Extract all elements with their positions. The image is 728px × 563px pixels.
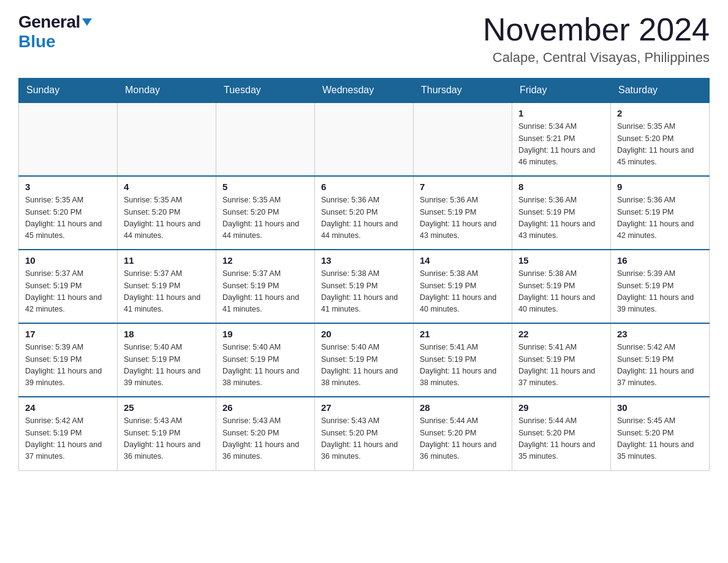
day-info: Sunrise: 5:36 AM Sunset: 5:19 PM Dayligh…: [617, 194, 703, 242]
day-info: Sunrise: 5:43 AM Sunset: 5:20 PM Dayligh…: [222, 415, 308, 463]
calendar-cell: 30Sunrise: 5:45 AM Sunset: 5:20 PM Dayli…: [611, 397, 710, 470]
day-number: 14: [420, 255, 506, 266]
calendar-cell: 1Sunrise: 5:34 AM Sunset: 5:21 PM Daylig…: [512, 102, 611, 176]
calendar-cell: [315, 102, 414, 176]
logo-triangle-icon: [82, 18, 92, 26]
day-number: 1: [518, 108, 604, 118]
day-info: Sunrise: 5:40 AM Sunset: 5:19 PM Dayligh…: [321, 342, 407, 389]
day-info: Sunrise: 5:40 AM Sunset: 5:19 PM Dayligh…: [124, 342, 210, 389]
calendar-cell: 6Sunrise: 5:36 AM Sunset: 5:20 PM Daylig…: [315, 176, 414, 250]
day-info: Sunrise: 5:36 AM Sunset: 5:19 PM Dayligh…: [420, 194, 506, 242]
day-info: Sunrise: 5:42 AM Sunset: 5:19 PM Dayligh…: [617, 342, 703, 389]
day-number: 5: [222, 182, 308, 192]
day-number: 17: [25, 329, 111, 339]
day-info: Sunrise: 5:43 AM Sunset: 5:20 PM Dayligh…: [321, 415, 407, 463]
day-number: 30: [617, 402, 703, 413]
day-info: Sunrise: 5:36 AM Sunset: 5:19 PM Dayligh…: [518, 194, 604, 242]
calendar-cell: 7Sunrise: 5:36 AM Sunset: 5:19 PM Daylig…: [414, 176, 512, 250]
day-info: Sunrise: 5:35 AM Sunset: 5:20 PM Dayligh…: [25, 194, 111, 242]
day-number: 26: [222, 402, 308, 413]
calendar-cell: 13Sunrise: 5:38 AM Sunset: 5:19 PM Dayli…: [315, 250, 414, 323]
calendar-cell: 20Sunrise: 5:40 AM Sunset: 5:19 PM Dayli…: [315, 323, 414, 397]
calendar-cell: 12Sunrise: 5:37 AM Sunset: 5:19 PM Dayli…: [216, 250, 315, 323]
calendar-week-row: 10Sunrise: 5:37 AM Sunset: 5:19 PM Dayli…: [19, 250, 710, 323]
day-number: 28: [420, 402, 506, 413]
day-number: 27: [321, 402, 407, 413]
day-info: Sunrise: 5:36 AM Sunset: 5:20 PM Dayligh…: [321, 194, 407, 242]
day-info: Sunrise: 5:41 AM Sunset: 5:19 PM Dayligh…: [420, 342, 506, 389]
calendar-cell: 17Sunrise: 5:39 AM Sunset: 5:19 PM Dayli…: [19, 323, 118, 397]
day-info: Sunrise: 5:38 AM Sunset: 5:19 PM Dayligh…: [420, 268, 506, 316]
calendar-day-header-tuesday: Tuesday: [216, 79, 315, 103]
calendar-cell: [216, 102, 315, 176]
calendar-cell: [118, 102, 216, 176]
calendar-week-row: 24Sunrise: 5:42 AM Sunset: 5:19 PM Dayli…: [19, 397, 710, 470]
calendar-week-row: 17Sunrise: 5:39 AM Sunset: 5:19 PM Dayli…: [19, 323, 710, 397]
calendar-cell: [19, 102, 118, 176]
day-info: Sunrise: 5:39 AM Sunset: 5:19 PM Dayligh…: [25, 342, 111, 389]
location: Calape, Central Visayas, Philippines: [483, 50, 710, 66]
calendar-cell: 18Sunrise: 5:40 AM Sunset: 5:19 PM Dayli…: [118, 323, 216, 397]
calendar-cell: [414, 102, 512, 176]
title-block: November 2024 Calape, Central Visayas, P…: [483, 12, 710, 66]
day-number: 25: [124, 402, 210, 413]
day-number: 13: [321, 255, 407, 266]
day-number: 24: [25, 402, 111, 413]
day-number: 19: [222, 329, 308, 339]
calendar-cell: 25Sunrise: 5:43 AM Sunset: 5:19 PM Dayli…: [118, 397, 216, 470]
day-info: Sunrise: 5:38 AM Sunset: 5:19 PM Dayligh…: [321, 268, 407, 316]
calendar-cell: 28Sunrise: 5:44 AM Sunset: 5:20 PM Dayli…: [414, 397, 512, 470]
calendar-cell: 10Sunrise: 5:37 AM Sunset: 5:19 PM Dayli…: [19, 250, 118, 323]
calendar-cell: 2Sunrise: 5:35 AM Sunset: 5:20 PM Daylig…: [611, 102, 710, 176]
day-info: Sunrise: 5:44 AM Sunset: 5:20 PM Dayligh…: [420, 415, 506, 463]
day-number: 2: [617, 108, 703, 118]
day-info: Sunrise: 5:43 AM Sunset: 5:19 PM Dayligh…: [124, 415, 210, 463]
day-info: Sunrise: 5:39 AM Sunset: 5:19 PM Dayligh…: [617, 268, 703, 316]
day-number: 10: [25, 255, 111, 266]
calendar-day-header-wednesday: Wednesday: [315, 79, 414, 103]
calendar-cell: 26Sunrise: 5:43 AM Sunset: 5:20 PM Dayli…: [216, 397, 315, 470]
day-info: Sunrise: 5:37 AM Sunset: 5:19 PM Dayligh…: [222, 268, 308, 316]
day-number: 22: [518, 329, 604, 339]
day-info: Sunrise: 5:37 AM Sunset: 5:19 PM Dayligh…: [124, 268, 210, 316]
calendar-table: SundayMondayTuesdayWednesdayThursdayFrid…: [18, 78, 710, 471]
day-number: 6: [321, 182, 407, 192]
day-number: 7: [420, 182, 506, 192]
month-title: November 2024: [483, 12, 710, 47]
calendar-cell: 3Sunrise: 5:35 AM Sunset: 5:20 PM Daylig…: [19, 176, 118, 250]
day-info: Sunrise: 5:37 AM Sunset: 5:19 PM Dayligh…: [25, 268, 111, 316]
day-number: 16: [617, 255, 703, 266]
day-number: 23: [617, 329, 703, 339]
day-info: Sunrise: 5:35 AM Sunset: 5:20 PM Dayligh…: [617, 121, 703, 169]
day-number: 18: [124, 329, 210, 339]
day-info: Sunrise: 5:35 AM Sunset: 5:20 PM Dayligh…: [124, 194, 210, 242]
day-number: 9: [617, 182, 703, 192]
calendar-day-header-thursday: Thursday: [414, 79, 512, 103]
day-number: 11: [124, 255, 210, 266]
logo-blue-text: Blue: [18, 32, 56, 52]
calendar-cell: 27Sunrise: 5:43 AM Sunset: 5:20 PM Dayli…: [315, 397, 414, 470]
calendar-cell: 14Sunrise: 5:38 AM Sunset: 5:19 PM Dayli…: [414, 250, 512, 323]
calendar-day-header-friday: Friday: [512, 79, 611, 103]
calendar-cell: 9Sunrise: 5:36 AM Sunset: 5:19 PM Daylig…: [611, 176, 710, 250]
day-number: 12: [222, 255, 308, 266]
day-number: 3: [25, 182, 111, 192]
calendar-cell: 24Sunrise: 5:42 AM Sunset: 5:19 PM Dayli…: [19, 397, 118, 470]
logo-general-text: General: [18, 12, 80, 32]
calendar-week-row: 3Sunrise: 5:35 AM Sunset: 5:20 PM Daylig…: [19, 176, 710, 250]
calendar-cell: 8Sunrise: 5:36 AM Sunset: 5:19 PM Daylig…: [512, 176, 611, 250]
calendar-cell: 29Sunrise: 5:44 AM Sunset: 5:20 PM Dayli…: [512, 397, 611, 470]
day-info: Sunrise: 5:35 AM Sunset: 5:20 PM Dayligh…: [222, 194, 308, 242]
calendar-cell: 19Sunrise: 5:40 AM Sunset: 5:19 PM Dayli…: [216, 323, 315, 397]
calendar-day-header-saturday: Saturday: [611, 79, 710, 103]
calendar-day-header-monday: Monday: [118, 79, 216, 103]
day-info: Sunrise: 5:44 AM Sunset: 5:20 PM Dayligh…: [518, 415, 604, 463]
day-number: 29: [518, 402, 604, 413]
day-info: Sunrise: 5:40 AM Sunset: 5:19 PM Dayligh…: [222, 342, 308, 389]
day-number: 15: [518, 255, 604, 266]
calendar-cell: 15Sunrise: 5:38 AM Sunset: 5:19 PM Dayli…: [512, 250, 611, 323]
day-info: Sunrise: 5:38 AM Sunset: 5:19 PM Dayligh…: [518, 268, 604, 316]
calendar-cell: 21Sunrise: 5:41 AM Sunset: 5:19 PM Dayli…: [414, 323, 512, 397]
calendar-cell: 5Sunrise: 5:35 AM Sunset: 5:20 PM Daylig…: [216, 176, 315, 250]
day-info: Sunrise: 5:41 AM Sunset: 5:19 PM Dayligh…: [518, 342, 604, 389]
